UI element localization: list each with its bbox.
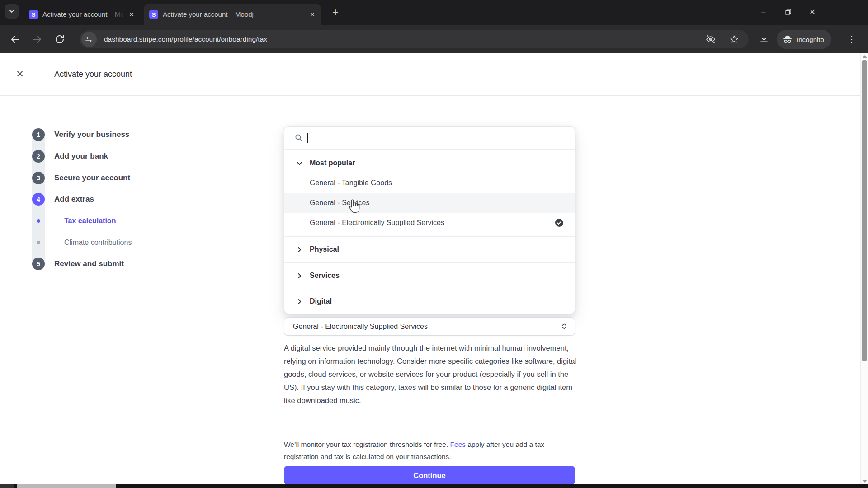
incognito-icon xyxy=(782,34,793,45)
panel-divider xyxy=(284,236,575,237)
scroll-up-arrow[interactable] xyxy=(863,55,867,58)
product-category-select[interactable]: General - Electronically Supplied Servic… xyxy=(284,317,575,336)
chevron-down-icon xyxy=(296,160,303,167)
section-digital[interactable]: Digital xyxy=(284,291,575,312)
sidebar-step-verify-business[interactable]: Verify your business xyxy=(54,129,129,140)
new-tab-button[interactable]: + xyxy=(329,6,342,19)
incognito-label: Incognito xyxy=(797,36,824,43)
tab-title: Activate your account – Moodj xyxy=(163,10,305,19)
stripe-favicon: S xyxy=(29,10,38,19)
forward-button[interactable] xyxy=(31,33,43,46)
option-general-electronically-supplied-services[interactable]: General - Electronically Supplied Servic… xyxy=(284,213,575,233)
tab-search-button[interactable] xyxy=(5,4,19,19)
selected-check-icon xyxy=(555,218,564,227)
fees-link[interactable]: Fees xyxy=(450,441,466,448)
option-label: General - Electronically Supplied Servic… xyxy=(310,219,444,227)
tab-close-icon[interactable]: ✕ xyxy=(127,10,136,19)
step-badge-4: 4 xyxy=(32,193,45,206)
incognito-badge[interactable]: Incognito xyxy=(777,30,831,49)
browser-tab-strip: S Activate your account – Moodj ✕ S Acti… xyxy=(0,0,868,25)
search-icon xyxy=(294,133,303,142)
header-border xyxy=(0,95,860,96)
vertical-scrollbar-thumb[interactable] xyxy=(862,60,867,361)
chevron-right-icon xyxy=(296,272,303,279)
window-controls: – ✕ xyxy=(751,0,825,23)
horizontal-scrollbar-thumb[interactable] xyxy=(17,484,116,488)
select-updown-icon xyxy=(560,322,568,330)
tab-inactive[interactable]: S Activate your account – Moodj ✕ xyxy=(24,4,140,25)
chevron-right-icon xyxy=(296,246,303,253)
text-caret xyxy=(307,133,308,143)
stripe-onboarding-page: ✕ Activate your account 1 Verify your bu… xyxy=(0,53,868,488)
mouse-cursor-hand xyxy=(347,199,361,214)
reload-button[interactable] xyxy=(53,33,66,46)
window-minimize-button[interactable]: – xyxy=(751,0,776,23)
address-bar[interactable]: dashboard.stripe.com/profile/account/onb… xyxy=(80,30,749,48)
section-services[interactable]: Services xyxy=(284,265,575,286)
url-text[interactable]: dashboard.stripe.com/profile/account/onb… xyxy=(104,30,267,48)
header-divider xyxy=(42,67,42,84)
category-dropdown-panel: Most popular General - Tangible Goods Ge… xyxy=(284,126,575,314)
back-button[interactable] xyxy=(9,33,22,46)
browser-menu-icon[interactable]: ⋮ xyxy=(846,33,857,46)
step-badge-1: 1 xyxy=(32,128,45,141)
tab-title: Activate your account – Moodj xyxy=(42,10,124,19)
bookmark-star-icon[interactable] xyxy=(729,34,740,45)
scroll-down-arrow[interactable] xyxy=(863,480,867,483)
section-label: Physical xyxy=(310,245,339,253)
sidebar-step-add-extras[interactable]: Add extras xyxy=(54,194,94,205)
fees-footnote: We’ll monitor your tax registration thre… xyxy=(284,438,577,463)
vertical-scrollbar[interactable] xyxy=(860,53,868,484)
close-dialog-icon[interactable]: ✕ xyxy=(14,68,26,80)
option-label: General - Tangible Goods xyxy=(310,179,392,187)
sidebar-substep-climate-contributions[interactable]: Climate contributions xyxy=(64,237,132,248)
panel-divider xyxy=(284,262,575,263)
scrollbar-corner xyxy=(0,484,14,488)
group-most-popular[interactable]: Most popular xyxy=(284,152,575,174)
browser-toolbar: dashboard.stripe.com/profile/account/onb… xyxy=(0,25,868,53)
step-badge-2: 2 xyxy=(32,150,45,163)
step-badge-3: 3 xyxy=(32,172,45,184)
option-general-tangible-goods[interactable]: General - Tangible Goods xyxy=(284,173,575,193)
option-general-services[interactable]: General - Services xyxy=(284,193,575,213)
footnote-text: We’ll monitor your tax registration thre… xyxy=(284,441,450,448)
chevron-right-icon xyxy=(296,298,303,305)
section-physical[interactable]: Physical xyxy=(284,239,575,260)
panel-divider xyxy=(284,288,575,288)
dropdown-search-row xyxy=(284,127,575,150)
step-badge-5: 5 xyxy=(32,258,45,270)
reading-mode-hidden-icon[interactable] xyxy=(705,34,716,45)
downloads-icon[interactable] xyxy=(758,33,770,46)
category-description: A digital service provided mainly throug… xyxy=(284,342,578,407)
chevron-down-icon xyxy=(9,8,15,14)
group-label: Most popular xyxy=(310,159,355,167)
stripe-favicon: S xyxy=(149,10,158,19)
sidebar-step-review-submit[interactable]: Review and submit xyxy=(54,258,124,269)
section-label: Services xyxy=(310,272,340,280)
horizontal-scrollbar[interactable] xyxy=(0,484,868,488)
window-close-button[interactable]: ✕ xyxy=(800,0,825,23)
page-title: Activate your account xyxy=(54,70,132,79)
sidebar-step-secure-account[interactable]: Secure your account xyxy=(54,173,130,183)
category-search-input[interactable] xyxy=(306,130,559,145)
substep-bullet-idle xyxy=(37,241,40,244)
continue-button[interactable]: Continue xyxy=(284,466,575,485)
site-settings-icon[interactable] xyxy=(81,32,97,47)
window-restore-button[interactable] xyxy=(776,0,800,23)
select-value: General - Electronically Supplied Servic… xyxy=(293,318,428,335)
sidebar-step-add-bank[interactable]: Add your bank xyxy=(54,151,108,162)
sidebar-substep-tax-calculation[interactable]: Tax calculation xyxy=(64,216,116,226)
tab-active[interactable]: S Activate your account – Moodj ✕ xyxy=(144,4,321,25)
tab-close-icon[interactable]: ✕ xyxy=(308,10,316,19)
section-label: Digital xyxy=(310,297,332,305)
substep-bullet-active xyxy=(37,219,40,223)
